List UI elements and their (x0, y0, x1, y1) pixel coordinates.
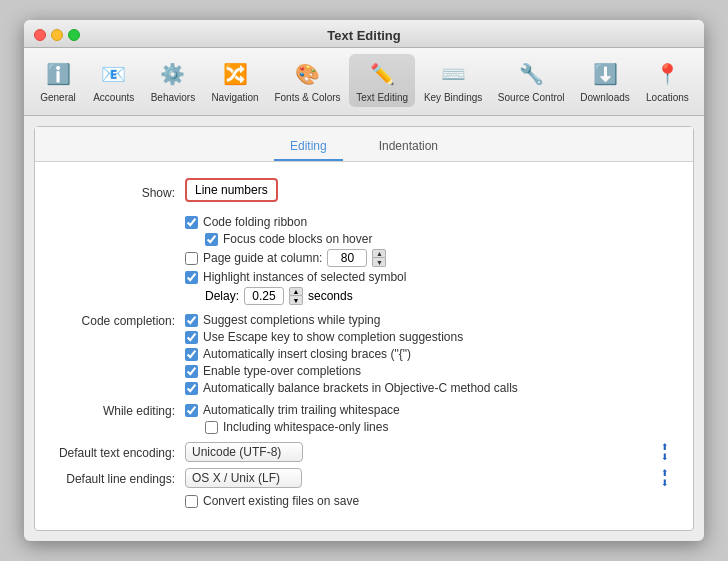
trim-whitespace-label: Automatically trim trailing whitespace (203, 403, 400, 417)
show-row: Show: Line numbers (55, 178, 673, 207)
while-editing-row: While editing: Automatically trim traili… (55, 403, 673, 434)
suggest-completions-checkbox[interactable] (185, 314, 198, 327)
toolbar-item-fonts-colors[interactable]: 🎨 Fonts & Colors (268, 54, 348, 107)
escape-key-checkbox[interactable] (185, 331, 198, 344)
accounts-icon: 📧 (98, 58, 130, 90)
maximize-button[interactable] (68, 29, 80, 41)
page-guide-input[interactable] (327, 249, 367, 267)
toolbar-item-text-editing[interactable]: ✏️ Text Editing (349, 54, 415, 107)
auto-insert-braces-label: Automatically insert closing braces ("{"… (203, 347, 411, 361)
focus-code-blocks-row: Focus code blocks on hover (205, 232, 673, 246)
toolbar-label-fonts-colors: Fonts & Colors (274, 92, 340, 103)
show-value: Line numbers (195, 183, 268, 197)
page-guide-label: Page guide at column: (203, 251, 322, 265)
type-over-checkbox[interactable] (185, 365, 198, 378)
balance-brackets-checkbox[interactable] (185, 382, 198, 395)
toolbar-label-general: General (40, 92, 76, 103)
escape-key-row: Use Escape key to show completion sugges… (185, 330, 673, 344)
while-editing-content: Automatically trim trailing whitespace I… (185, 403, 673, 434)
toolbar-item-downloads[interactable]: ⬇️ Downloads (573, 54, 637, 107)
toolbar-label-source-control: Source Control (498, 92, 565, 103)
toolbar-label-key-bindings: Key Bindings (424, 92, 482, 103)
toolbar: ℹ️ General 📧 Accounts ⚙️ Behaviors 🔀 Nav… (24, 48, 704, 116)
behaviors-icon: ⚙️ (157, 58, 189, 90)
toolbar-label-accounts: Accounts (93, 92, 134, 103)
whitespace-only-checkbox[interactable] (205, 421, 218, 434)
toolbar-label-locations: Locations (646, 92, 689, 103)
downloads-icon: ⬇️ (589, 58, 621, 90)
toolbar-label-behaviors: Behaviors (151, 92, 195, 103)
key-bindings-icon: ⌨️ (437, 58, 469, 90)
code-completion-content: Suggest completions while typing Use Esc… (185, 313, 673, 395)
toolbar-item-source-control[interactable]: 🔧 Source Control (491, 54, 571, 107)
tab-bar: Editing Indentation (35, 127, 693, 162)
page-guide-decrement[interactable]: ▼ (372, 258, 386, 267)
title-bar: Text Editing (24, 20, 704, 48)
tab-editing[interactable]: Editing (274, 135, 343, 161)
whitespace-only-row: Including whitespace-only lines (205, 420, 673, 434)
navigation-icon: 🔀 (219, 58, 251, 90)
text-encoding-select[interactable]: Unicode (UTF-8) (185, 442, 303, 462)
traffic-lights (34, 29, 80, 41)
delay-units: seconds (308, 289, 353, 303)
window-title: Text Editing (327, 28, 400, 43)
page-guide-row: Page guide at column: ▲ ▼ (185, 249, 673, 267)
suggest-completions-row: Suggest completions while typing (185, 313, 673, 327)
source-control-icon: 🔧 (515, 58, 547, 90)
whitespace-only-label: Including whitespace-only lines (223, 420, 388, 434)
auto-insert-braces-checkbox[interactable] (185, 348, 198, 361)
toolbar-label-navigation: Navigation (211, 92, 258, 103)
code-folding-checkbox[interactable] (185, 216, 198, 229)
tab-indentation[interactable]: Indentation (363, 135, 454, 161)
text-editing-icon: ✏️ (366, 58, 398, 90)
focus-code-blocks-checkbox[interactable] (205, 233, 218, 246)
highlight-instances-checkbox[interactable] (185, 271, 198, 284)
toolbar-item-navigation[interactable]: 🔀 Navigation (204, 54, 265, 107)
main-window: Text Editing ℹ️ General 📧 Accounts ⚙️ Be… (24, 20, 704, 541)
page-guide-increment[interactable]: ▲ (372, 249, 386, 258)
convert-existing-row: Convert existing files on save (185, 494, 673, 508)
content-area: Editing Indentation Show: Line numbers (34, 126, 694, 531)
escape-key-label: Use Escape key to show completion sugges… (203, 330, 463, 344)
focus-code-blocks-label: Focus code blocks on hover (223, 232, 372, 246)
convert-existing-label: Convert existing files on save (203, 494, 359, 508)
trim-whitespace-row: Automatically trim trailing whitespace (185, 403, 673, 417)
settings-body: Show: Line numbers Code folding ribbon (35, 162, 693, 530)
text-encoding-content: Unicode (UTF-8) ⬆⬇ (185, 442, 673, 462)
general-icon: ℹ️ (42, 58, 74, 90)
line-endings-content: OS X / Unix (LF) ⬆⬇ (185, 468, 673, 488)
highlight-instances-row: Highlight instances of selected symbol (185, 270, 673, 284)
auto-insert-braces-row: Automatically insert closing braces ("{"… (185, 347, 673, 361)
delay-stepper: ▲ ▼ (289, 287, 303, 305)
delay-input[interactable] (244, 287, 284, 305)
show-control: Line numbers (185, 178, 278, 207)
trim-whitespace-checkbox[interactable] (185, 404, 198, 417)
code-folding-row: Code folding ribbon Focus code blocks on… (185, 215, 673, 305)
show-select-box[interactable]: Line numbers (185, 178, 278, 202)
convert-existing-checkbox[interactable] (185, 495, 198, 508)
type-over-label: Enable type-over completions (203, 364, 361, 378)
minimize-button[interactable] (51, 29, 63, 41)
toolbar-item-behaviors[interactable]: ⚙️ Behaviors (144, 54, 203, 107)
toolbar-item-general[interactable]: ℹ️ General (32, 54, 84, 107)
balance-brackets-label: Automatically balance brackets in Object… (203, 381, 518, 395)
line-endings-label: Default line endings: (55, 471, 185, 486)
code-completion-label: Code completion: (55, 313, 185, 328)
toolbar-item-key-bindings[interactable]: ⌨️ Key Bindings (417, 54, 489, 107)
line-endings-row: Default line endings: OS X / Unix (LF) ⬆… (55, 468, 673, 488)
code-folding-checkbox-row: Code folding ribbon (185, 215, 673, 229)
page-guide-stepper: ▲ ▼ (372, 249, 386, 267)
page-guide-checkbox[interactable] (185, 252, 198, 265)
show-label: Show: (55, 185, 185, 200)
line-endings-select[interactable]: OS X / Unix (LF) (185, 468, 302, 488)
delay-decrement[interactable]: ▼ (289, 296, 303, 305)
close-button[interactable] (34, 29, 46, 41)
code-folding-content: Code folding ribbon Focus code blocks on… (185, 215, 673, 305)
locations-icon: 📍 (651, 58, 683, 90)
toolbar-item-locations[interactable]: 📍 Locations (639, 54, 696, 107)
text-encoding-dropdown-wrapper: Unicode (UTF-8) ⬆⬇ (185, 442, 673, 462)
delay-increment[interactable]: ▲ (289, 287, 303, 296)
toolbar-item-accounts[interactable]: 📧 Accounts (86, 54, 142, 107)
fonts-colors-icon: 🎨 (292, 58, 324, 90)
suggest-completions-label: Suggest completions while typing (203, 313, 380, 327)
